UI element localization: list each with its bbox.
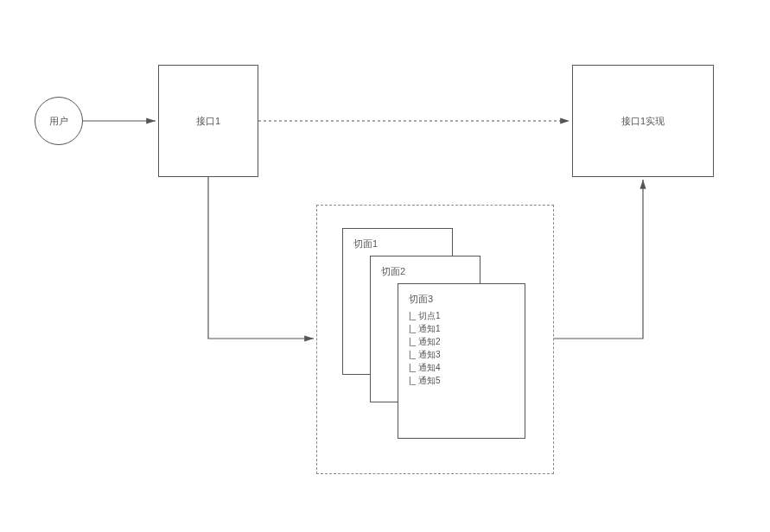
aspect3-item: 通知4: [409, 361, 514, 374]
aspect3-item: 通知2: [409, 335, 514, 348]
arrow-interface1-to-aspects: [208, 177, 314, 339]
user-node: 用户: [35, 97, 83, 145]
aspect3-items: 切点1 通知1 通知2 通知3 通知4 通知5: [409, 309, 514, 387]
aspect1-label: 切面1: [353, 238, 442, 250]
interface1impl-label: 接口1实现: [621, 115, 665, 128]
user-label: 用户: [49, 115, 68, 128]
aspect2-label: 切面2: [381, 265, 469, 278]
aspect3-item: 通知1: [409, 322, 514, 335]
interface1-label: 接口1: [196, 115, 220, 128]
aspect3-card: 切面3 切点1 通知1 通知2 通知3 通知4 通知5: [398, 283, 525, 439]
aspect3-label: 切面3: [409, 293, 514, 306]
aspect3-item: 通知5: [409, 374, 514, 387]
aspect3-item: 切点1: [409, 309, 514, 322]
aspect3-item: 通知3: [409, 348, 514, 361]
interface1impl-node: 接口1实现: [572, 65, 714, 177]
arrow-aspects-to-impl: [554, 180, 643, 339]
interface1-node: 接口1: [158, 65, 258, 177]
